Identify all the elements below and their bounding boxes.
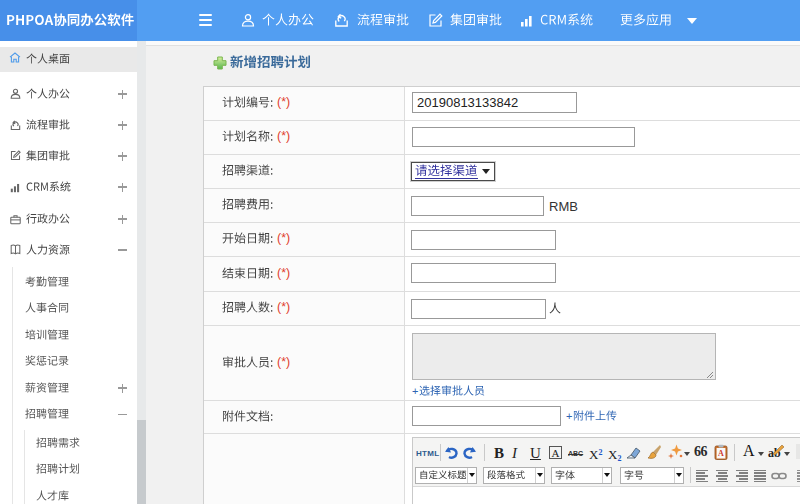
svg-text:A: A	[718, 449, 724, 458]
